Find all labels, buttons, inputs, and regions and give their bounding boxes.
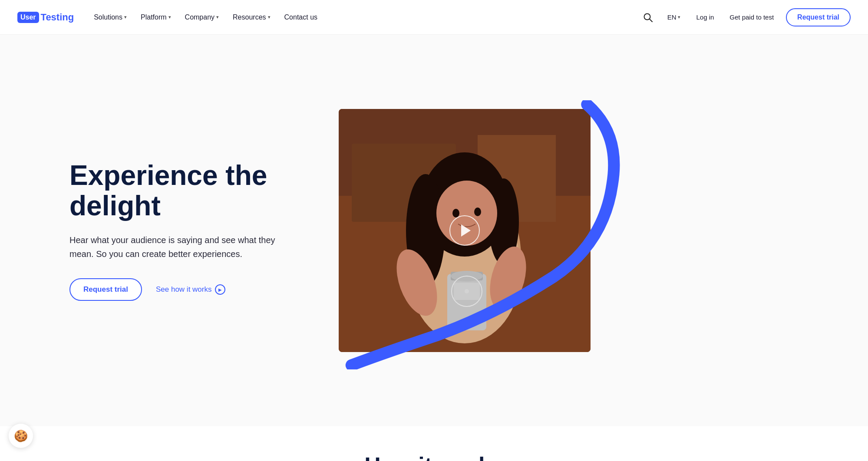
hero-subtitle: Hear what your audience is saying and se… bbox=[69, 233, 278, 261]
search-icon bbox=[643, 13, 653, 22]
video-play-button[interactable] bbox=[449, 215, 480, 246]
play-triangle-icon bbox=[461, 224, 471, 237]
hero-title: Experience the delight bbox=[69, 160, 313, 221]
navigation: User Testing Solutions ▾ Platform ▾ Comp… bbox=[0, 0, 868, 35]
logo-text: Testing bbox=[41, 12, 74, 23]
chevron-down-icon: ▾ bbox=[678, 14, 680, 20]
cookie-icon: 🍪 bbox=[14, 429, 28, 443]
nav-right: EN ▾ Log in Get paid to test Request tri… bbox=[640, 8, 851, 26]
get-paid-link[interactable]: Get paid to test bbox=[726, 11, 777, 23]
how-it-works-section: How it works bbox=[0, 426, 868, 461]
hero-image-wrapper bbox=[339, 109, 591, 352]
request-trial-button[interactable]: Request trial bbox=[786, 8, 851, 26]
hero-section: Experience the delight Hear what your au… bbox=[0, 35, 868, 426]
search-button[interactable] bbox=[640, 10, 655, 25]
nav-resources[interactable]: Resources ▾ bbox=[227, 10, 276, 25]
logo-box: User bbox=[17, 12, 39, 23]
nav-links: Solutions ▾ Platform ▾ Company ▾ Resourc… bbox=[88, 10, 640, 25]
language-selector[interactable]: EN ▾ bbox=[664, 11, 684, 23]
svg-rect-21 bbox=[454, 283, 480, 300]
hero-photo bbox=[339, 109, 591, 352]
chevron-down-icon: ▾ bbox=[268, 14, 271, 20]
logo[interactable]: User Testing bbox=[17, 12, 74, 23]
nav-company[interactable]: Company ▾ bbox=[179, 10, 225, 25]
hero-request-trial-button[interactable]: Request trial bbox=[69, 278, 142, 301]
nav-contact[interactable]: Contact us bbox=[278, 10, 323, 25]
nav-solutions[interactable]: Solutions ▾ bbox=[88, 10, 133, 25]
chevron-down-icon: ▾ bbox=[168, 14, 171, 20]
svg-line-1 bbox=[650, 19, 652, 22]
svg-rect-16 bbox=[447, 274, 486, 330]
hero-actions: Request trial See how it works ▶ bbox=[69, 278, 313, 301]
how-it-works-title: How it works bbox=[17, 452, 851, 461]
chevron-down-icon: ▾ bbox=[216, 14, 219, 20]
svg-point-13 bbox=[474, 207, 481, 216]
cookie-consent-button[interactable]: 🍪 bbox=[9, 424, 33, 448]
hero-content: Experience the delight Hear what your au… bbox=[69, 160, 313, 301]
see-how-it-works-link[interactable]: See how it works ▶ bbox=[156, 284, 226, 295]
login-link[interactable]: Log in bbox=[693, 11, 717, 23]
nav-platform[interactable]: Platform ▾ bbox=[135, 10, 177, 25]
play-circle-icon: ▶ bbox=[215, 284, 225, 295]
hero-image bbox=[339, 109, 591, 352]
chevron-down-icon: ▾ bbox=[124, 14, 127, 20]
